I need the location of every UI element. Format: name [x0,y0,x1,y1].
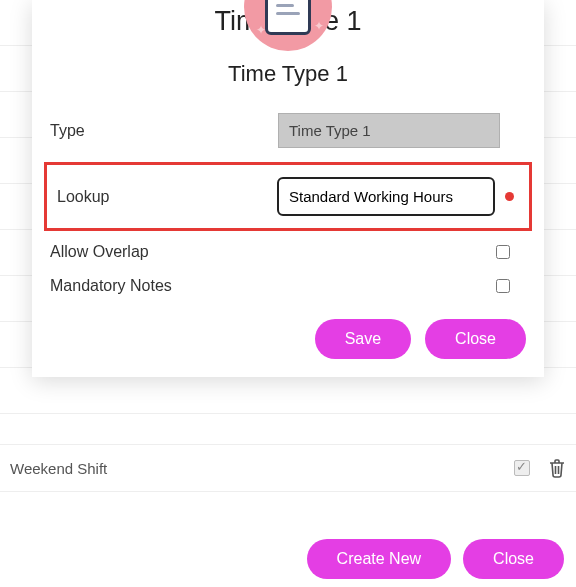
mandatory-notes-label: Mandatory Notes [50,277,496,295]
list-item-label: Weekend Shift [10,460,107,477]
allow-overlap-label: Allow Overlap [50,243,496,261]
lookup-row-highlight: Lookup [44,162,532,231]
type-value: Time Type 1 [278,113,500,148]
trash-icon[interactable] [548,458,566,478]
mandatory-notes-checkbox[interactable] [496,279,510,293]
weekend-checkbox-disabled [514,460,530,476]
save-button[interactable]: Save [315,319,411,359]
mandatory-notes-row: Mandatory Notes [50,269,526,303]
modal-subtitle: Time Type 1 [32,61,544,87]
list-item-weekend[interactable]: Weekend Shift [0,444,576,492]
create-new-button[interactable]: Create New [307,539,451,579]
type-label: Type [50,122,250,140]
time-type-modal: Time Type 1 ✦ ✦ ✦ ✦ Time Type 1 Type Tim… [32,0,544,377]
allow-overlap-row: Allow Overlap [50,235,526,269]
clipboard-icon: ✦ ✦ ✦ ✦ [244,0,332,51]
lookup-label: Lookup [57,188,253,206]
page-close-button[interactable]: Close [463,539,564,579]
page-footer: Create New Close [307,539,564,579]
required-indicator-icon [505,192,514,201]
lookup-input[interactable] [277,177,495,216]
type-row: Type Time Type 1 [50,103,526,158]
allow-overlap-checkbox[interactable] [496,245,510,259]
modal-close-button[interactable]: Close [425,319,526,359]
